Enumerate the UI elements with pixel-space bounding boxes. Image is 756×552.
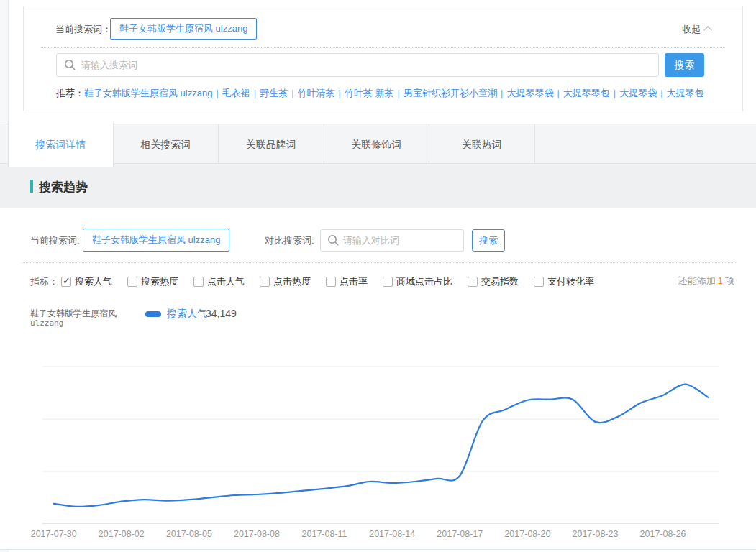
search-icon bbox=[327, 234, 340, 247]
tab-4[interactable]: 关联修饰词 bbox=[324, 124, 430, 165]
search-input[interactable] bbox=[81, 54, 650, 76]
trend-panel: 当前搜索词: 鞋子女韩版学生原宿风 ulzzang 对比搜索词: 搜索 指标： … bbox=[0, 208, 756, 550]
section-header: 搜索趋势 bbox=[0, 164, 756, 208]
checkbox-icon[interactable] bbox=[193, 277, 204, 287]
page: 当前搜索词： 鞋子女韩版学生原宿风 ulzzang 收起 搜索 推荐：鞋子女韩版… bbox=[0, 0, 756, 552]
recommend-link[interactable]: 大提琴袋 bbox=[619, 88, 657, 98]
metric-label: 点击人气 bbox=[207, 275, 245, 288]
metric-checkbox-item[interactable]: 交易指数 bbox=[468, 275, 519, 288]
recommend-separator: | bbox=[398, 88, 400, 98]
svg-text:2017-08-17: 2017-08-17 bbox=[437, 529, 483, 539]
metrics-row: 指标： 搜索人气搜索热度点击人气点击热度点击率商城点击占比交易指数支付转化率 bbox=[30, 275, 609, 289]
search-row: 搜索 bbox=[24, 53, 742, 77]
recommend-link[interactable]: 竹叶清茶 bbox=[298, 88, 335, 98]
svg-text:2017-08-23: 2017-08-23 bbox=[573, 529, 619, 539]
metric-checkbox-item[interactable]: 商城点击占比 bbox=[383, 275, 452, 288]
svg-text:2017-08-14: 2017-08-14 bbox=[369, 529, 415, 539]
metric-label: 交易指数 bbox=[481, 275, 519, 288]
collapse-label: 收起 bbox=[682, 24, 701, 34]
compare-search-button[interactable]: 搜索 bbox=[472, 229, 505, 252]
current-term-chip[interactable]: 鞋子女韩版学生原宿风 ulzzang bbox=[110, 18, 257, 40]
svg-text:2017-08-20: 2017-08-20 bbox=[504, 529, 550, 539]
tab-bar: 搜索词详情相关搜索词关联品牌词关联修饰词关联热词 bbox=[0, 124, 756, 164]
metric-checkbox-item[interactable]: 搜索人气 bbox=[61, 275, 112, 288]
current-term-chip[interactable]: 鞋子女韩版学生原宿风 ulzzang bbox=[83, 229, 229, 252]
svg-text:2017-08-02: 2017-08-02 bbox=[99, 529, 145, 539]
checkbox-icon[interactable] bbox=[468, 277, 478, 287]
recommend-link[interactable]: 竹叶茶 新茶 bbox=[345, 88, 394, 98]
legend-line-marker[interactable] bbox=[145, 311, 161, 317]
current-term-label: 当前搜索词： bbox=[55, 23, 111, 36]
recommend-label: 推荐： bbox=[56, 88, 84, 98]
metric-label: 支付转化率 bbox=[547, 275, 594, 288]
legend-term: 鞋子女韩版学生原宿风 ulzzang bbox=[30, 308, 117, 328]
compare-row: 当前搜索词: 鞋子女韩版学生原宿风 ulzzang 对比搜索词: 搜索 bbox=[0, 229, 756, 252]
tab-1[interactable]: 搜索词详情 bbox=[8, 123, 114, 167]
tab-2[interactable]: 相关搜索词 bbox=[114, 124, 219, 165]
svg-text:2017-08-26: 2017-08-26 bbox=[640, 529, 686, 539]
chevron-up-icon bbox=[703, 26, 711, 34]
recommend-separator: | bbox=[614, 88, 616, 98]
checkbox-checked-icon[interactable] bbox=[61, 277, 71, 287]
legend-metric-value: 34,149 bbox=[206, 308, 237, 319]
metric-label: 搜索热度 bbox=[141, 275, 178, 288]
checkbox-icon[interactable] bbox=[127, 277, 137, 287]
recommend-link[interactable]: 毛衣裙 bbox=[222, 88, 250, 98]
add-more-hint: 还能添加1项 bbox=[678, 275, 734, 288]
recommend-link[interactable]: 大提琴琴包 bbox=[563, 88, 610, 98]
metric-checkbox-item[interactable]: 搜索热度 bbox=[127, 275, 178, 288]
svg-text:2017-08-08: 2017-08-08 bbox=[234, 529, 280, 539]
metric-checkbox-item[interactable]: 支付转化率 bbox=[534, 275, 594, 288]
svg-text:2017-08-11: 2017-08-11 bbox=[302, 529, 347, 539]
add-more-count: 1 bbox=[718, 275, 723, 286]
current-term-row: 当前搜索词： 鞋子女韩版学生原宿风 ulzzang 收起 bbox=[24, 18, 742, 40]
tab-5[interactable]: 关联热词 bbox=[429, 124, 535, 165]
dotted-divider bbox=[41, 47, 725, 48]
compare-term-label: 对比搜索词: bbox=[265, 234, 314, 247]
compare-box bbox=[320, 229, 464, 252]
trend-line-chart: 2017-07-302017-08-022017-08-052017-08-08… bbox=[22, 352, 744, 548]
recommend-link[interactable]: 鞋子女韩版学生原宿风 ulzzang bbox=[84, 88, 212, 98]
recommend-separator: | bbox=[291, 88, 293, 98]
recommend-separator: | bbox=[557, 88, 559, 98]
metric-label: 商城点击占比 bbox=[396, 275, 452, 288]
search-icon bbox=[64, 59, 76, 71]
recommend-separator: | bbox=[254, 88, 256, 98]
search-box bbox=[56, 53, 659, 77]
metric-label: 搜索人气 bbox=[75, 275, 112, 288]
metric-label: 点击热度 bbox=[273, 275, 311, 288]
recommend-link[interactable]: 男宝针织衫开衫小童潮 bbox=[404, 88, 497, 98]
recommend-separator: | bbox=[339, 88, 341, 98]
dotted-divider bbox=[22, 262, 736, 263]
svg-text:2017-08-05: 2017-08-05 bbox=[166, 529, 212, 539]
line-chart-svg: 2017-07-302017-08-022017-08-052017-08-08… bbox=[22, 352, 744, 548]
recommend-link[interactable]: 大提琴琴袋 bbox=[506, 88, 553, 98]
recommend-separator: | bbox=[216, 88, 218, 98]
recommend-link[interactable]: 野生茶 bbox=[260, 88, 288, 98]
legend-metric-name: 搜索人气 bbox=[167, 308, 207, 321]
svg-text:2017-07-30: 2017-07-30 bbox=[31, 529, 77, 539]
checkbox-icon[interactable] bbox=[326, 277, 336, 287]
recommend-separator: | bbox=[501, 88, 503, 98]
recommend-row: 推荐：鞋子女韩版学生原宿风 ulzzang|毛衣裙|野生茶|竹叶清茶|竹叶茶 新… bbox=[56, 87, 732, 100]
top-search-card: 当前搜索词： 鞋子女韩版学生原宿风 ulzzang 收起 搜索 推荐：鞋子女韩版… bbox=[23, 6, 743, 111]
tab-3[interactable]: 关联品牌词 bbox=[219, 124, 324, 165]
section-accent-bar bbox=[30, 180, 33, 193]
recommend-link[interactable]: 大提琴包 bbox=[667, 88, 704, 98]
metrics-label: 指标： bbox=[30, 275, 58, 288]
metric-checkbox-item[interactable]: 点击率 bbox=[326, 275, 368, 288]
recommend-separator: | bbox=[660, 88, 662, 98]
checkbox-icon[interactable] bbox=[260, 277, 270, 287]
metric-label: 点击率 bbox=[340, 275, 368, 288]
checkbox-icon[interactable] bbox=[383, 277, 393, 287]
metric-checkbox-item[interactable]: 点击人气 bbox=[193, 275, 245, 288]
section-title: 搜索趋势 bbox=[39, 179, 88, 196]
checkbox-icon[interactable] bbox=[534, 277, 544, 287]
current-term-label: 当前搜索词: bbox=[30, 234, 80, 247]
search-button[interactable]: 搜索 bbox=[665, 53, 704, 77]
collapse-toggle[interactable]: 收起 bbox=[682, 23, 711, 36]
compare-input[interactable] bbox=[343, 230, 460, 251]
metric-checkbox-item[interactable]: 点击热度 bbox=[260, 275, 311, 288]
